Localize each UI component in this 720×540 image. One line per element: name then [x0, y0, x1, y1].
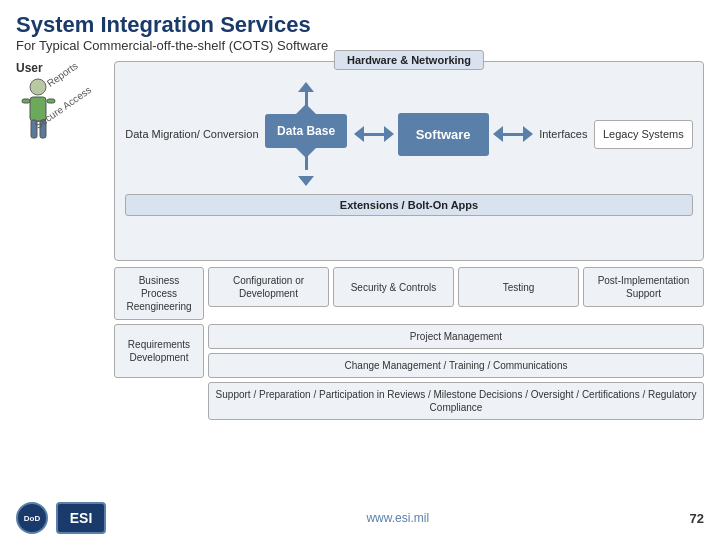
- change-mgmt-bar: Change Management / Training / Communica…: [208, 353, 704, 378]
- database-box: Data Base: [265, 114, 347, 148]
- page-number: 72: [690, 511, 704, 526]
- post-impl-box: Post-Implementation Support: [583, 267, 704, 307]
- diagram-box: Hardware & Networking Data Migration/ Co…: [114, 61, 704, 261]
- footer-url: www.esi.mil: [366, 511, 429, 525]
- testing-box: Testing: [458, 267, 579, 307]
- business-process-box: Business Process Reengineering: [114, 267, 204, 320]
- esi-logo: ESI: [56, 502, 106, 534]
- security-controls-box: Security & Controls: [333, 267, 454, 307]
- services-section: Business Process Reengineering Configura…: [114, 267, 704, 420]
- footer: DoD ESI www.esi.mil 72: [0, 502, 720, 534]
- svg-point-0: [30, 79, 46, 95]
- footer-logos: DoD ESI: [16, 502, 106, 534]
- legacy-systems-box: Legacy Systems: [594, 120, 693, 148]
- config-dev-box: Configuration or Development: [208, 267, 329, 307]
- dod-logo: DoD: [16, 502, 48, 534]
- support-bar: Support / Preparation / Participation in…: [208, 382, 704, 420]
- data-migration-label: Data Migration/ Conversion: [125, 127, 258, 141]
- interfaces-label: Interfaces: [539, 128, 587, 140]
- extensions-label: Extensions / Bolt-On Apps: [125, 194, 693, 216]
- svg-rect-4: [22, 99, 30, 103]
- project-mgmt-bar: Project Management: [208, 324, 704, 349]
- svg-rect-5: [47, 99, 55, 103]
- page-title: System Integration Services: [16, 12, 704, 38]
- requirements-box: Requirements Development: [114, 324, 204, 378]
- hw-networking-label: Hardware & Networking: [334, 50, 484, 70]
- software-box: Software: [398, 113, 489, 156]
